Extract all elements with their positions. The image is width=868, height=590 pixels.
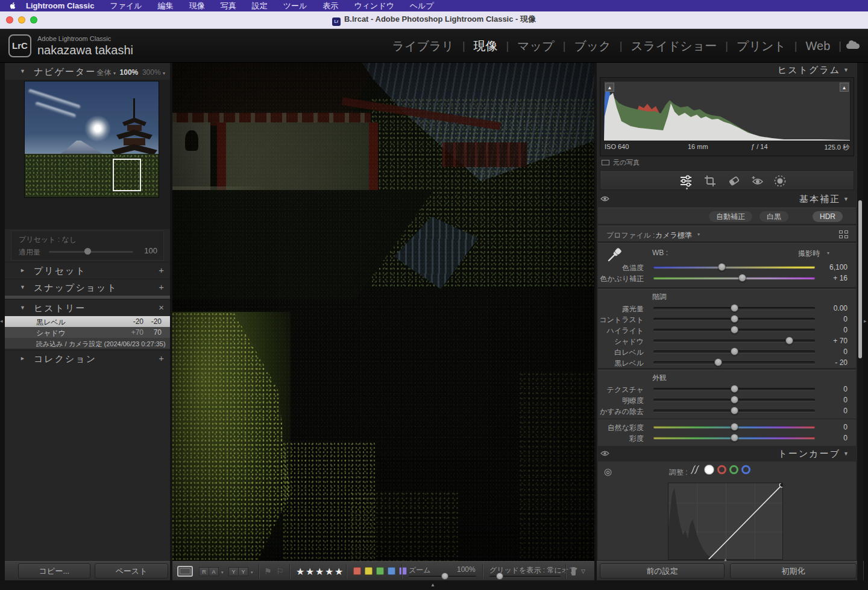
history-item-2[interactable]: 読み込み / カメラ設定 (2024/06/23 0:27:35) (5, 338, 170, 349)
slider-track[interactable] (653, 399, 815, 401)
collections-add-button[interactable]: + (159, 353, 164, 363)
basic-panel-header[interactable]: 基本補正 ▼ (597, 192, 857, 206)
target-adjustment-icon[interactable]: ◎ (604, 466, 612, 477)
collections-header[interactable]: ► コレクション + (5, 350, 170, 367)
slider-value[interactable]: - 20 (817, 358, 848, 367)
slider-value[interactable]: 0 (817, 396, 848, 404)
filmstrip-reveal-arrow-icon[interactable]: ▲ (430, 582, 435, 588)
color-label-0[interactable] (353, 567, 361, 575)
preset-amount-thumb[interactable] (84, 248, 91, 255)
star-icon-3[interactable]: ★ (315, 566, 324, 577)
profile-chevron-icon[interactable]: ▾ (697, 232, 700, 237)
cloud-sync-icon[interactable] (846, 43, 860, 49)
paste-settings-button[interactable]: ペースト (95, 563, 168, 579)
red-channel-icon[interactable] (717, 465, 726, 474)
color-label-3[interactable] (388, 567, 395, 575)
right-panel-scrollbar[interactable] (857, 63, 863, 580)
toolbar-panel-icon[interactable] (571, 567, 576, 576)
slider-track[interactable] (653, 329, 815, 331)
shadow-clipping-indicator[interactable]: ▲ (605, 83, 614, 92)
loupe-view-button[interactable] (177, 566, 193, 577)
snapshots-disclosure-icon[interactable]: ▼ (20, 284, 25, 290)
copy-settings-button[interactable]: コピー... (18, 563, 90, 579)
reset-button[interactable]: 初期化 (730, 563, 857, 579)
history-clear-button[interactable]: × (159, 302, 164, 312)
module-tab-2[interactable]: マップ (517, 38, 554, 54)
histogram-plot[interactable]: ▲ ▲ (603, 81, 851, 141)
slider-thumb[interactable] (731, 347, 738, 355)
history-header[interactable]: ▼ ヒストリー × (5, 299, 170, 316)
slider-value[interactable]: 0 (817, 315, 848, 323)
star-icon-2[interactable]: ★ (306, 566, 314, 577)
collections-disclosure-icon[interactable]: ► (20, 355, 25, 361)
zoom-slider-thumb[interactable] (441, 573, 448, 580)
slider-value[interactable]: 0 (817, 434, 848, 442)
history-disclosure-icon[interactable]: ▼ (20, 305, 25, 311)
slider-track[interactable] (653, 388, 815, 390)
basic-panel-eye-icon[interactable] (600, 195, 609, 202)
presets-add-button[interactable]: + (159, 265, 164, 275)
slider-thumb[interactable] (738, 274, 746, 282)
hdr-button[interactable]: HDR (813, 211, 843, 222)
wb-preset-value[interactable]: 撮影時 (798, 249, 820, 259)
preset-amount-slider[interactable] (49, 251, 133, 253)
right-panel-collapse-strip[interactable]: ▸ (863, 63, 868, 580)
navigator-preview-image[interactable] (24, 81, 159, 198)
point-curve-icon[interactable] (704, 465, 714, 475)
healing-remove-tool-icon[interactable] (727, 174, 741, 188)
zoom-fit-option[interactable]: 全体 (97, 68, 112, 77)
filmstrip-reveal-strip[interactable]: ▲ (0, 580, 868, 590)
reference-view-r-button[interactable]: R (199, 567, 209, 576)
menu-app-name[interactable]: Lightroom Classic (26, 1, 94, 10)
scrollbar-thumb[interactable] (858, 200, 862, 358)
grid-opacity-slider[interactable] (489, 576, 561, 577)
slider-value[interactable]: 0 (817, 423, 848, 431)
crop-tool-icon[interactable] (703, 174, 717, 188)
histogram-header[interactable]: ヒストグラム ▼ (597, 63, 857, 77)
reject-flag-icon[interactable]: ⚐ (276, 566, 284, 576)
slider-thumb[interactable] (785, 337, 793, 344)
edit-sliders-tool-icon[interactable] (679, 174, 693, 188)
slider-thumb[interactable] (731, 326, 738, 334)
zoom-300-option[interactable]: 300% (142, 68, 161, 77)
presets-disclosure-icon[interactable]: ► (20, 267, 25, 273)
highlight-clipping-indicator[interactable]: ▲ (840, 83, 849, 92)
slider-value[interactable]: + 70 (817, 337, 848, 345)
green-channel-icon[interactable] (729, 465, 738, 474)
masking-tool-icon[interactable] (773, 174, 787, 188)
blue-channel-icon[interactable] (741, 465, 750, 474)
zoom-slider[interactable] (409, 576, 476, 577)
beforeafter-y1-button[interactable]: Y (228, 567, 239, 576)
collapse-left-arrow-icon[interactable]: ◂ (0, 318, 3, 324)
slider-thumb[interactable] (731, 315, 738, 323)
slider-value[interactable]: + 16 (817, 274, 848, 282)
module-tab-0[interactable]: ライブラリ (392, 38, 454, 54)
beforeafter-chevron-icon[interactable]: ▾ (251, 570, 253, 575)
auto-tone-button[interactable]: 自動補正 (709, 211, 752, 222)
slider-track[interactable] (653, 410, 815, 412)
slider-track[interactable] (653, 277, 815, 279)
slider-value[interactable]: 0.00 (817, 304, 848, 312)
collapse-right-arrow-icon[interactable]: ▸ (864, 318, 867, 324)
module-tab-4[interactable]: スライドショー (631, 38, 717, 54)
slider-value[interactable]: 6,100 (817, 263, 848, 271)
toolbar-options-chevron-icon[interactable]: ▽ (581, 568, 585, 574)
color-label-1[interactable] (365, 567, 373, 575)
slider-thumb[interactable] (718, 263, 726, 271)
slider-track[interactable] (653, 340, 815, 342)
basic-disclosure-icon[interactable]: ▼ (843, 196, 850, 202)
menu-item-0[interactable]: ファイル (110, 1, 142, 11)
snapshots-header[interactable]: ▼ スナップショット + (5, 279, 170, 296)
slider-thumb[interactable] (731, 434, 738, 442)
menu-item-7[interactable]: ウィンドウ (354, 1, 394, 11)
original-photo-row[interactable]: 元の写真 (602, 158, 640, 167)
previous-settings-button[interactable]: 前の設定 (600, 563, 725, 579)
tone-curve-header[interactable]: トーンカーブ ▼ (597, 446, 857, 461)
wb-eyedropper-icon[interactable] (606, 247, 622, 263)
tone-curve-plot[interactable] (668, 483, 783, 560)
menu-item-8[interactable]: ヘルプ (410, 1, 434, 11)
color-label-2[interactable] (376, 567, 384, 575)
navigator-header[interactable]: ▼ ナビゲーター 全体 ▾ 100% 300% ▾ (5, 63, 170, 80)
slider-value[interactable]: 0 (817, 385, 848, 393)
navigator-zoom-rectangle[interactable] (113, 159, 141, 191)
